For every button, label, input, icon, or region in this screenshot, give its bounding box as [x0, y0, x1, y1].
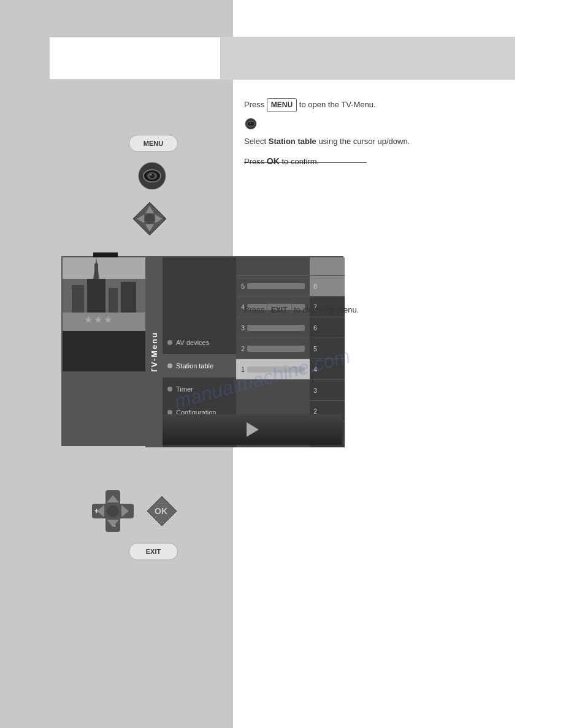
ok-button-large[interactable]: OK	[146, 495, 178, 527]
star-rating: ★★★	[84, 314, 113, 325]
exit-button-label: EXIT	[146, 548, 161, 555]
right-row-3: 3	[310, 380, 345, 401]
right-text-area: Press MENU to open the TV-Menu. Select S…	[244, 98, 545, 324]
svg-point-30	[107, 505, 119, 517]
play-area	[163, 414, 342, 445]
svg-point-4	[150, 174, 152, 176]
menu-item-timer[interactable]: Timer	[163, 377, 236, 401]
play-icon	[247, 422, 259, 437]
menu-item-station-table[interactable]: Station table	[163, 354, 236, 377]
eye-icon-inline	[244, 118, 258, 129]
instruction-2	[244, 118, 532, 129]
exit-button[interactable]: EXIT	[129, 543, 178, 560]
nav-diamond-icon[interactable]	[132, 201, 167, 237]
svg-rect-14	[72, 285, 84, 313]
nav-ok-area: + − + − OK	[92, 490, 178, 532]
instruction-5: Press EXIT to close the menu.	[244, 303, 532, 317]
station-row-1[interactable]: 1	[236, 359, 310, 380]
header-left	[49, 37, 221, 80]
svg-rect-19	[94, 264, 98, 279]
tv-eye-icon	[136, 162, 168, 189]
preview-image	[63, 257, 145, 313]
right-row-5: 5	[310, 338, 345, 359]
svg-point-10	[145, 214, 155, 224]
header-bar	[49, 37, 515, 80]
menu-item-label-active: Station table	[176, 362, 213, 370]
svg-point-36	[250, 123, 251, 124]
svg-rect-17	[121, 282, 136, 313]
header-right	[221, 37, 515, 80]
menu-item-label: Timer	[176, 385, 193, 393]
ok-ref: OK	[267, 154, 280, 168]
menu-dot	[167, 387, 172, 392]
menu-dot	[167, 340, 172, 345]
svg-rect-16	[109, 288, 118, 313]
instruction-4: Press OK to confirm.	[244, 154, 532, 169]
svg-rect-13	[63, 257, 145, 279]
menu-item-label: AV devices	[176, 339, 209, 346]
menu-button[interactable]: MENU	[129, 135, 178, 152]
tv-preview: ★★★	[63, 257, 145, 331]
menu-button-label: MENU	[144, 140, 163, 147]
station-row-2[interactable]: 2	[236, 338, 310, 359]
exit-ref: EXIT	[267, 303, 292, 317]
instruction-1: Press MENU to open the TV-Menu.	[244, 98, 532, 112]
instruction-3: Select Station table using the cursor up…	[244, 135, 532, 148]
svg-text:OK: OK	[155, 506, 167, 516]
right-row-4: 4	[310, 359, 345, 380]
menu-ref: MENU	[267, 98, 297, 112]
svg-rect-15	[87, 279, 105, 313]
menu-dot-active	[167, 363, 172, 368]
tv-bottom-area	[63, 371, 163, 445]
nav-cross-icon[interactable]: + − + −	[92, 490, 134, 532]
menu-item-av-devices[interactable]: AV devices	[163, 331, 236, 354]
